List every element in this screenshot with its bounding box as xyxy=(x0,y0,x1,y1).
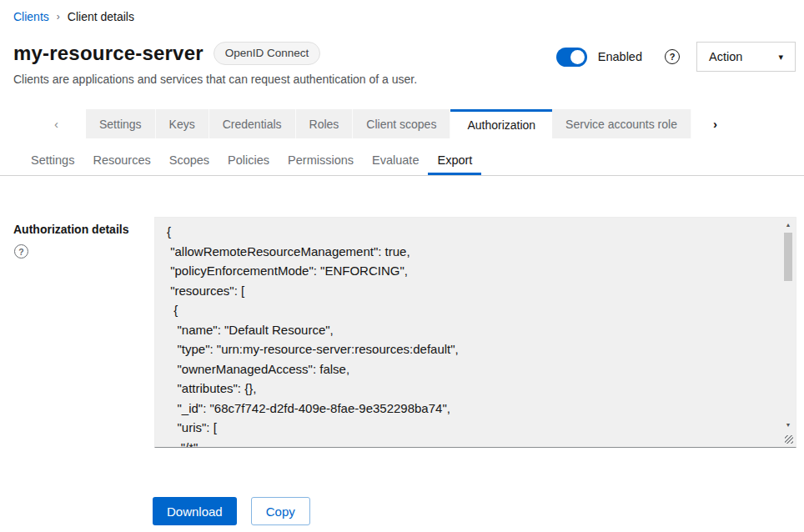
protocol-badge: OpenID Connect xyxy=(214,42,321,65)
page-header: my-resource-server OpenID Connect Enable… xyxy=(13,42,796,72)
action-dropdown[interactable]: Action ▾ xyxy=(696,42,796,72)
subtab-export[interactable]: Export xyxy=(428,147,481,175)
enabled-toggle[interactable] xyxy=(556,48,587,67)
download-button[interactable]: Download xyxy=(153,497,237,525)
help-icon[interactable]: ? xyxy=(665,49,680,64)
tab-scroll-left-icon: ‹ xyxy=(0,109,86,138)
authorization-details-label: Authorization details xyxy=(13,223,128,236)
tab-settings[interactable]: Settings xyxy=(86,109,156,138)
subtab-policies[interactable]: Policies xyxy=(219,147,279,175)
enabled-label: Enabled xyxy=(598,50,642,63)
scrollbar[interactable]: ▲ ▼ xyxy=(781,218,795,446)
toggle-knob-icon xyxy=(570,50,585,64)
tab-client-scopes[interactable]: Client scopes xyxy=(353,109,450,138)
scroll-down-icon[interactable]: ▼ xyxy=(781,422,795,428)
authorization-subtabs: Settings Resources Scopes Policies Permi… xyxy=(0,147,804,176)
tab-keys[interactable]: Keys xyxy=(156,109,209,138)
subtab-permissions[interactable]: Permissions xyxy=(279,147,363,175)
subtab-settings[interactable]: Settings xyxy=(22,147,83,175)
subtab-scopes[interactable]: Scopes xyxy=(160,147,219,175)
title-group: my-resource-server OpenID Connect xyxy=(13,42,320,65)
breadcrumb-separator-icon: › xyxy=(57,11,60,23)
copy-button[interactable]: Copy xyxy=(251,497,310,525)
subtab-evaluate[interactable]: Evaluate xyxy=(363,147,428,175)
authorization-details-textarea[interactable]: { "allowRemoteResourceManagement": true,… xyxy=(154,217,796,448)
help-icon[interactable]: ? xyxy=(14,244,28,258)
resize-grip-icon[interactable] xyxy=(785,435,793,444)
caret-down-icon: ▾ xyxy=(778,52,783,63)
main-tabbar: ‹ Settings Keys Credentials Roles Client… xyxy=(0,109,804,138)
scrollbar-thumb[interactable] xyxy=(784,233,792,281)
tab-roles[interactable]: Roles xyxy=(296,109,354,138)
tab-service-accounts-roles[interactable]: Service accounts role xyxy=(552,109,691,138)
form-actions: Download Copy xyxy=(153,497,310,525)
tab-credentials[interactable]: Credentials xyxy=(209,109,296,138)
header-controls: Enabled ? Action ▾ xyxy=(556,42,796,72)
breadcrumb-current: Client details xyxy=(68,10,134,23)
page-title: my-resource-server xyxy=(13,42,204,65)
subtab-resources[interactable]: Resources xyxy=(83,147,159,175)
breadcrumb-link-clients[interactable]: Clients xyxy=(13,10,49,23)
authorization-json-content: { "allowRemoteResourceManagement": true,… xyxy=(155,218,796,447)
tab-authorization[interactable]: Authorization xyxy=(450,109,552,138)
tab-scroll-right-icon[interactable]: › xyxy=(691,109,804,138)
breadcrumb: Clients › Client details xyxy=(13,10,134,23)
scroll-up-icon[interactable]: ▲ xyxy=(781,222,795,228)
action-dropdown-label: Action xyxy=(709,50,742,63)
page-description: Clients are applications and services th… xyxy=(13,73,417,86)
